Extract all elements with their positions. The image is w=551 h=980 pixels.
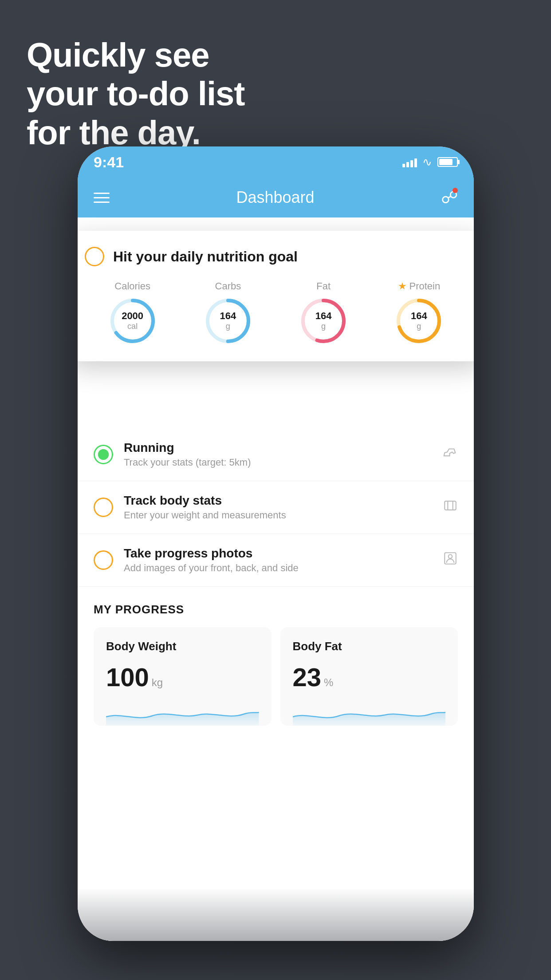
todo-title: Take progress photos bbox=[124, 546, 432, 561]
circle-value: 164 bbox=[315, 310, 332, 322]
circle-unit: g bbox=[315, 322, 332, 332]
nutrition-label-text: Protein bbox=[409, 281, 441, 292]
nutrition-ring: 164 g bbox=[299, 296, 348, 345]
svg-rect-8 bbox=[445, 501, 456, 510]
menu-button[interactable] bbox=[94, 193, 110, 203]
app-header: Dashboard ☍ bbox=[78, 178, 474, 217]
progress-title: MY PROGRESS bbox=[94, 603, 458, 616]
todo-subtitle: Enter your weight and measurements bbox=[124, 510, 432, 521]
notification-bell-button[interactable]: ☍ bbox=[441, 188, 458, 207]
headline-line1: Quickly see bbox=[27, 36, 209, 74]
circle-unit: g bbox=[411, 322, 427, 332]
nutrition-item-fat: Fat 164 g bbox=[299, 281, 348, 345]
header-title: Dashboard bbox=[236, 188, 314, 207]
todo-checkbox[interactable] bbox=[94, 445, 113, 464]
nutrition-ring: 2000 cal bbox=[108, 296, 157, 345]
circle-unit: g bbox=[220, 322, 236, 332]
todo-text: Track body stats Enter your weight and m… bbox=[124, 494, 432, 521]
todo-text: Take progress photos Add images of your … bbox=[124, 546, 432, 574]
nutrition-card: Hit your daily nutrition goal Calories 2… bbox=[78, 231, 474, 361]
progress-value-row: 100 kg bbox=[106, 662, 259, 692]
phone-shell: 9:41 ∿ Dashboard ☍ THINGS TO DO TODAY bbox=[78, 146, 474, 941]
progress-card-title: Body Weight bbox=[106, 640, 259, 653]
progress-card[interactable]: Body Fat 23 % bbox=[280, 627, 458, 726]
wifi-icon: ∿ bbox=[422, 155, 432, 169]
circle-value: 2000 bbox=[122, 310, 143, 322]
nutrition-label-text: Fat bbox=[316, 281, 331, 292]
notification-dot bbox=[453, 188, 458, 193]
progress-section: MY PROGRESS Body Weight 100 kg Body Fat … bbox=[78, 587, 474, 726]
progress-card[interactable]: Body Weight 100 kg bbox=[94, 627, 272, 726]
app-content: THINGS TO DO TODAY Hit your daily nutrit… bbox=[78, 217, 474, 941]
nutrition-item-protein: ★Protein 164 g bbox=[394, 281, 443, 345]
signal-icon bbox=[402, 157, 417, 167]
nutrition-item-carbs: Carbs 164 g bbox=[204, 281, 252, 345]
todo-list: Running Track your stats (target: 5km) T… bbox=[78, 428, 474, 587]
progress-card-title: Body Fat bbox=[293, 640, 446, 653]
circle-unit: cal bbox=[122, 322, 143, 332]
star-icon: ★ bbox=[398, 281, 407, 292]
nutrition-item-calories: Calories 2000 cal bbox=[108, 281, 157, 345]
todo-subtitle: Track your stats (target: 5km) bbox=[124, 457, 432, 468]
todo-checkbox[interactable] bbox=[94, 498, 113, 517]
nutrition-label-text: Carbs bbox=[215, 281, 241, 292]
todo-item[interactable]: Take progress photos Add images of your … bbox=[78, 534, 474, 587]
circle-value: 164 bbox=[411, 310, 427, 322]
progress-value: 23 bbox=[293, 662, 322, 692]
card-header: Hit your daily nutrition goal bbox=[85, 247, 467, 266]
todo-item[interactable]: Track body stats Enter your weight and m… bbox=[78, 481, 474, 534]
nutrition-ring: 164 g bbox=[204, 296, 252, 345]
todo-subtitle: Add images of your front, back, and side bbox=[124, 562, 432, 574]
todo-item[interactable]: Running Track your stats (target: 5km) bbox=[78, 428, 474, 481]
todo-text: Running Track your stats (target: 5km) bbox=[124, 441, 432, 468]
progress-chart bbox=[293, 699, 446, 726]
todo-title: Track body stats bbox=[124, 494, 432, 508]
progress-unit: kg bbox=[152, 676, 163, 689]
todo-action-icon bbox=[443, 498, 458, 517]
nutrition-label-text: Calories bbox=[114, 281, 150, 292]
nutrition-card-title: Hit your daily nutrition goal bbox=[113, 249, 298, 265]
status-bar: 9:41 ∿ bbox=[78, 146, 474, 178]
todo-action-icon bbox=[443, 551, 458, 569]
svg-point-12 bbox=[449, 555, 453, 559]
progress-value: 100 bbox=[106, 662, 149, 692]
headline-line3: for the day. bbox=[27, 114, 201, 151]
progress-unit: % bbox=[324, 676, 333, 689]
app-headline: Quickly see your to-do list for the day. bbox=[27, 36, 245, 152]
nutrition-ring: 164 g bbox=[394, 296, 443, 345]
progress-cards: Body Weight 100 kg Body Fat 23 % bbox=[94, 627, 458, 726]
headline-line2: your to-do list bbox=[27, 75, 245, 112]
todo-title: Running bbox=[124, 441, 432, 455]
status-icons: ∿ bbox=[402, 155, 458, 169]
progress-value-row: 23 % bbox=[293, 662, 446, 692]
todo-checkbox[interactable] bbox=[94, 550, 113, 570]
todo-action-icon bbox=[443, 445, 458, 464]
progress-chart bbox=[106, 699, 259, 726]
nutrition-row: Calories 2000 cal Carbs 164 g Fat 164 g … bbox=[85, 281, 467, 345]
battery-icon bbox=[437, 157, 458, 167]
nutrition-checkbox[interactable] bbox=[85, 247, 104, 266]
status-time: 9:41 bbox=[94, 154, 124, 171]
circle-value: 164 bbox=[220, 310, 236, 322]
